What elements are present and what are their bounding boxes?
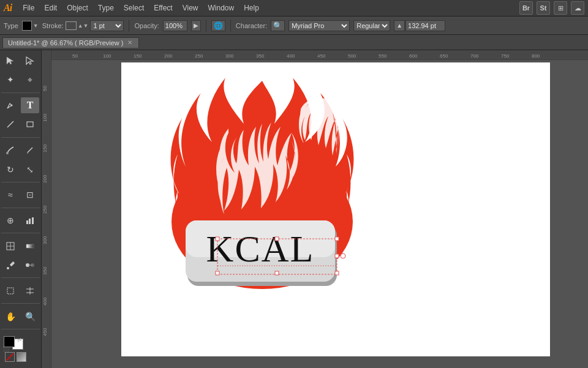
artboard-btn[interactable]	[1, 283, 20, 299]
left-toolbar: ✦ ⌖ T ↻ ⤡ ≈ ⊡	[0, 50, 42, 368]
document-tab[interactable]: Untitled-1* @ 66.67% ( RGB/Preview ) ✕	[2, 37, 139, 48]
svg-text:150: 150	[42, 144, 48, 152]
artboard: KCAL	[121, 62, 550, 356]
svg-text:550: 550	[379, 53, 387, 59]
stock-icon[interactable]: St	[537, 1, 550, 15]
svg-rect-12	[26, 244, 34, 248]
svg-rect-8	[32, 217, 34, 224]
scale-btn[interactable]: ⤡	[21, 162, 39, 178]
menu-edit[interactable]: Edit	[39, 2, 62, 13]
svg-text:200: 200	[164, 53, 173, 59]
font-style-select[interactable]: Regular	[353, 20, 390, 31]
svg-text:50: 50	[42, 86, 48, 91]
menu-view[interactable]: View	[178, 2, 203, 13]
cloud-icon[interactable]: ☁	[571, 1, 584, 15]
artwork-svg: KCAL	[158, 75, 366, 295]
menu-object[interactable]: Object	[62, 2, 93, 13]
character-search-btn[interactable]: 🔍	[271, 20, 285, 31]
svg-point-3	[6, 152, 9, 154]
stroke-weight-select[interactable]: 1 pt2 pt	[90, 20, 124, 31]
pen-btn[interactable]	[1, 97, 20, 113]
tool-sep-7	[1, 303, 40, 304]
paintbrush-btn[interactable]	[1, 142, 20, 158]
opacity-input[interactable]	[163, 20, 187, 31]
rotate-btn[interactable]: ↻	[1, 162, 20, 178]
svg-text:650: 650	[440, 53, 448, 59]
font-size-input[interactable]	[405, 20, 445, 31]
stroke-swatch[interactable]	[66, 21, 77, 30]
symbol-btn[interactable]: ⊕	[1, 212, 20, 228]
svg-line-22	[6, 353, 13, 361]
zoom-btn[interactable]: 🔍	[21, 309, 39, 325]
svg-text:250: 250	[42, 205, 48, 214]
tool-sep-1	[1, 92, 40, 93]
svg-text:50: 50	[72, 53, 78, 59]
svg-rect-59	[335, 254, 339, 258]
menu-effect[interactable]: Effect	[149, 2, 177, 13]
svg-rect-13	[10, 261, 15, 266]
type-label: Type	[4, 22, 18, 29]
ruler-horizontal: 50100 150200 250300 350400 450500 550600…	[42, 50, 588, 60]
graph-btn[interactable]	[21, 212, 39, 228]
globe-btn[interactable]: 🌐	[211, 20, 225, 31]
menu-type[interactable]: Type	[93, 2, 119, 13]
pencil-btn[interactable]	[21, 142, 39, 158]
svg-point-63	[341, 253, 345, 258]
foreground-color-swatch[interactable]	[4, 336, 15, 347]
svg-rect-56	[216, 237, 219, 241]
rect-tool-btn[interactable]	[21, 116, 39, 132]
menubar-right-icons: Br St ⊞ ☁	[519, 1, 584, 15]
blend-btn[interactable]	[21, 257, 39, 273]
swap-colors-btn[interactable]: ⇄	[17, 337, 22, 343]
character-label: Character:	[236, 22, 267, 29]
options-toolbar: Type ▼ Stroke: ▲▼ 1 pt2 pt Opacity: ▶ 🌐 …	[0, 17, 588, 35]
menu-file[interactable]: File	[18, 2, 39, 13]
magic-wand-btn[interactable]: ✦	[1, 72, 20, 88]
tool-sep-5	[1, 233, 40, 233]
tab-mode-close: )	[121, 39, 124, 47]
workspace-icon[interactable]: ⊞	[554, 1, 567, 15]
menu-window[interactable]: Window	[203, 2, 239, 13]
svg-line-4	[28, 148, 32, 152]
divider-1	[129, 20, 129, 32]
font-family-select[interactable]: Myriad Pro	[288, 20, 350, 31]
line-tool-btn[interactable]	[1, 116, 20, 132]
svg-rect-62	[216, 271, 219, 275]
svg-text:150: 150	[134, 53, 142, 59]
svg-rect-60	[335, 271, 339, 275]
tool-sep-8	[1, 329, 40, 329]
no-fill-btn[interactable]	[5, 352, 15, 362]
gradient-fill-btn[interactable]	[17, 352, 26, 362]
free-transform-btn[interactable]: ⊡	[21, 187, 39, 203]
menu-help[interactable]: Help	[239, 2, 264, 13]
svg-text:400: 400	[42, 297, 48, 306]
svg-text:750: 750	[501, 53, 510, 59]
svg-text:350: 350	[256, 53, 265, 59]
warp-btn[interactable]: ≈	[1, 187, 20, 203]
eyedropper-btn[interactable]	[1, 257, 20, 273]
svg-rect-2	[27, 122, 33, 127]
mesh-btn[interactable]	[1, 238, 20, 254]
svg-rect-61	[275, 271, 279, 275]
svg-rect-6	[26, 220, 28, 224]
font-size-up-btn[interactable]: ▲	[394, 20, 405, 31]
stroke-dropdown[interactable]: ▲▼	[78, 23, 89, 29]
svg-text:200: 200	[42, 175, 48, 183]
svg-point-0	[11, 105, 13, 107]
opacity-label: Opacity:	[134, 22, 159, 29]
gradient-btn[interactable]	[21, 238, 39, 254]
menu-select[interactable]: Select	[119, 2, 149, 13]
bridge-icon[interactable]: Br	[519, 1, 533, 15]
type-tool-btn[interactable]: T	[21, 97, 39, 113]
selection-tool-btn[interactable]	[1, 53, 20, 69]
tab-close-btn[interactable]: ✕	[127, 39, 132, 46]
hand-btn[interactable]: ✋	[1, 309, 20, 325]
direct-selection-tool-btn[interactable]	[21, 53, 39, 69]
fill-dropdown-arrow[interactable]: ▼	[33, 23, 39, 29]
slice-btn[interactable]	[21, 283, 39, 299]
lasso-btn[interactable]: ⌖	[21, 72, 39, 88]
opacity-expand-btn[interactable]: ▶	[191, 20, 201, 31]
fill-swatch[interactable]	[22, 21, 32, 31]
svg-text:100: 100	[103, 53, 111, 59]
color-swatch-area: ⇄ ⬛	[1, 334, 40, 347]
